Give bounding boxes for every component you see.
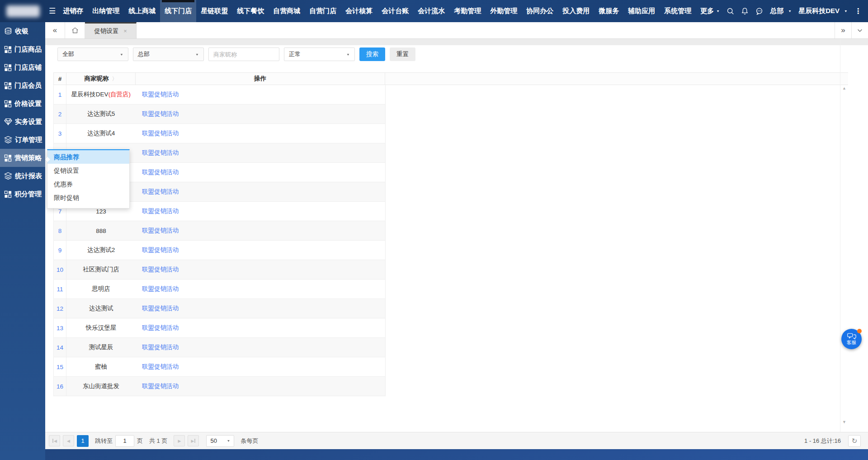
org-filter-select[interactable]: 总部 ▼ xyxy=(133,47,204,61)
alliance-promotion-link[interactable]: 联盟促销活动 xyxy=(142,324,179,332)
alliance-promotion-link[interactable]: 联盟促销活动 xyxy=(142,266,179,274)
layers-icon xyxy=(4,172,12,180)
prev-page-button[interactable]: ◀ xyxy=(63,435,74,446)
sidebar-item[interactable]: 统计报表 xyxy=(0,167,45,185)
scroll-up-icon[interactable]: ▲ xyxy=(842,86,846,90)
jump-page-input[interactable] xyxy=(115,435,134,447)
topnav-item[interactable]: 会计台账 xyxy=(377,0,413,22)
tab-promotion-settings[interactable]: 促销设置 × xyxy=(85,22,137,38)
status-filter-select[interactable]: 正常 ▼ xyxy=(284,47,355,61)
popup-menu-item[interactable]: 商品推荐 xyxy=(47,150,129,164)
first-page-button[interactable]: ◀ xyxy=(49,435,60,446)
popup-menu-item[interactable]: 限时促销 xyxy=(47,191,129,204)
region-filter-select[interactable]: 全部 ▼ xyxy=(57,47,128,61)
topnav-item[interactable]: 线下餐饮 xyxy=(232,0,269,22)
search-button[interactable]: 搜索 xyxy=(359,47,385,61)
topnav-item[interactable]: 会计流水 xyxy=(413,0,449,22)
merchant-name-text: 888 xyxy=(96,228,106,234)
sidebar-item[interactable]: 门店会员 xyxy=(0,76,45,95)
topnav-item[interactable]: 会计核算 xyxy=(341,0,377,22)
popup-menu-item[interactable]: 促销设置 xyxy=(47,164,129,177)
row-actions-cell: 联盟促销活动 xyxy=(136,104,386,123)
tabs-collapse-button[interactable] xyxy=(851,22,868,38)
current-page-button[interactable]: 1 xyxy=(77,435,89,447)
reset-button[interactable]: 重置 xyxy=(390,47,415,61)
sidebar-item-label: 门店店铺 xyxy=(14,63,42,72)
topnav-right: 总部 ▼ 星辰科技DEV ▼ ⋮ xyxy=(726,7,868,15)
topnav-item[interactable]: 辅助应用 xyxy=(623,0,660,22)
topnav-item[interactable]: 自营商城 xyxy=(269,0,305,22)
table-scrollbar[interactable]: ▲ ▼ xyxy=(840,39,848,432)
topnav-more[interactable]: 更多 ▼ xyxy=(696,7,724,15)
topnav-item[interactable]: 外勤管理 xyxy=(486,0,522,22)
refresh-button[interactable]: ↻ xyxy=(848,435,861,447)
sidebar-item[interactable]: 收银 xyxy=(0,22,45,40)
row-index: 2 xyxy=(53,104,66,123)
home-tab-button[interactable] xyxy=(65,22,85,38)
prev-page-arrow-icon: ◀ xyxy=(67,439,70,443)
customer-service-button[interactable]: 客服 xyxy=(841,329,862,349)
topnav-item[interactable]: 考勤管理 xyxy=(449,0,486,22)
search-icon[interactable] xyxy=(726,7,734,15)
merchant-name-input[interactable] xyxy=(208,47,279,61)
topnav-item[interactable]: 协同办公 xyxy=(522,0,558,22)
alliance-promotion-link[interactable]: 联盟促销活动 xyxy=(142,304,179,313)
alliance-promotion-link[interactable]: 联盟促销活动 xyxy=(142,110,179,118)
message-icon[interactable] xyxy=(755,7,763,15)
alliance-promotion-link[interactable]: 联盟促销活动 xyxy=(142,188,179,196)
alliance-promotion-link[interactable]: 联盟促销活动 xyxy=(142,129,179,138)
merchant-name-column-header[interactable]: 商家昵称 〉 xyxy=(66,73,136,85)
merchant-name-cell: 达达测试4 xyxy=(66,124,136,143)
alliance-promotion-link[interactable]: 联盟促销活动 xyxy=(142,207,179,215)
modules-icon xyxy=(4,190,12,198)
row-actions-cell: 联盟促销活动 xyxy=(136,280,386,299)
org-label: 总部 xyxy=(770,7,783,15)
merchants-table: # 商家昵称 〉 操作 1星辰科技DEV(自营店)联盟促销活动2达达测试5联盟促… xyxy=(53,72,848,396)
modules-icon xyxy=(4,100,12,108)
alliance-promotion-link[interactable]: 联盟促销活动 xyxy=(142,246,179,254)
topnav-item[interactable]: 线下门店 xyxy=(160,0,196,22)
sidebar-item[interactable]: 门店商品 xyxy=(0,40,45,58)
last-page-button[interactable]: ▶ xyxy=(188,435,199,446)
merchant-name-cell: 快乐汉堡屋 xyxy=(66,318,136,337)
account-menu[interactable]: 星辰科技DEV ▼ xyxy=(798,7,848,15)
alliance-promotion-link[interactable]: 联盟促销活动 xyxy=(142,168,179,176)
alliance-promotion-link[interactable]: 联盟促销活动 xyxy=(142,149,179,157)
tab-close-icon[interactable]: × xyxy=(123,28,127,34)
topnav-item[interactable]: 线上商城 xyxy=(124,0,160,22)
sidebar-item[interactable]: 实务设置 xyxy=(0,113,45,131)
topnav-item[interactable]: 投入费用 xyxy=(558,0,594,22)
topnav-item[interactable]: 进销存 xyxy=(58,0,88,22)
topnav-item[interactable]: 微服务 xyxy=(594,0,623,22)
alliance-promotion-link[interactable]: 联盟促销活动 xyxy=(142,227,179,235)
topnav-item[interactable]: 星链联盟 xyxy=(196,0,232,22)
alliance-promotion-link[interactable]: 联盟促销活动 xyxy=(142,382,179,390)
org-switcher[interactable]: 总部 ▼ xyxy=(770,7,792,15)
row-index: 1 xyxy=(53,85,66,104)
alliance-promotion-link[interactable]: 联盟促销活动 xyxy=(142,285,179,293)
topnav-item[interactable]: 系统管理 xyxy=(660,0,696,22)
next-page-button[interactable]: ▶ xyxy=(174,435,185,446)
alliance-promotion-link[interactable]: 联盟促销活动 xyxy=(142,363,179,371)
topnav-item[interactable]: 自营门店 xyxy=(305,0,341,22)
tabs-scroll-right-button[interactable]: » xyxy=(835,22,851,38)
tabs-scroll-left-button[interactable]: « xyxy=(45,22,65,38)
merchant-name-text: 快乐汉堡屋 xyxy=(86,324,117,332)
topnav-item[interactable]: 出纳管理 xyxy=(88,0,124,22)
overflow-menu-icon[interactable]: ⋮ xyxy=(854,7,862,15)
bell-icon[interactable] xyxy=(741,7,749,15)
sidebar-item[interactable]: 营销策略 xyxy=(0,149,45,167)
alliance-promotion-link[interactable]: 联盟促销活动 xyxy=(142,343,179,351)
sidebar-item[interactable]: 价格设置 xyxy=(0,95,45,113)
scroll-down-icon[interactable]: ▼ xyxy=(842,420,846,424)
merchant-name-text: 达达测试4 xyxy=(87,129,115,138)
hamburger-menu-icon[interactable]: ☰ xyxy=(49,6,56,16)
alliance-promotion-link[interactable]: 联盟促销活动 xyxy=(142,90,179,99)
sort-arrow-icon: 〉 xyxy=(112,75,118,83)
sidebar-item[interactable]: 积分管理 xyxy=(0,185,45,203)
range-label: 1 - 16 总计:16 xyxy=(804,437,841,445)
popup-menu-item[interactable]: 优惠券 xyxy=(47,177,129,191)
sidebar-item[interactable]: 订单管理 xyxy=(0,131,45,149)
sidebar-item[interactable]: 门店店铺 xyxy=(0,58,45,76)
page-size-select[interactable]: 50 ▼ xyxy=(206,435,234,447)
